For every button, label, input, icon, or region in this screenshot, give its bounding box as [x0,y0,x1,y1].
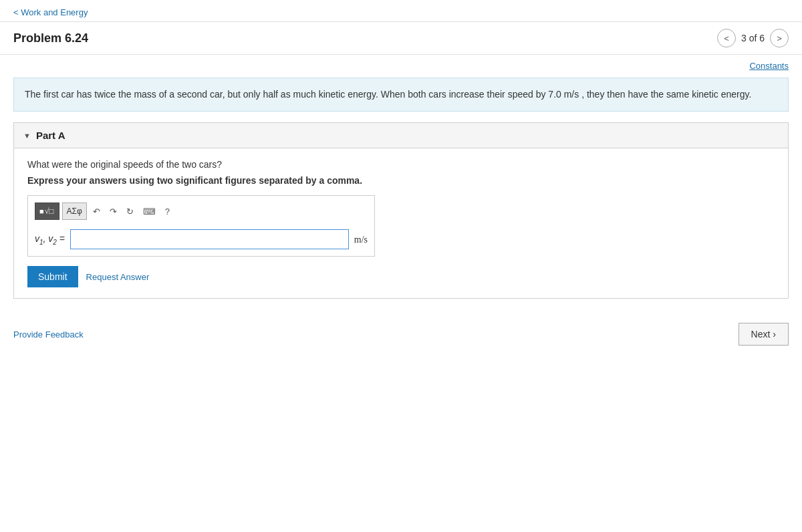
refresh-button[interactable]: ↻ [123,205,137,218]
part-label: Part A [36,130,65,141]
part-collapse-icon: ▼ [23,132,31,140]
next-chevron-icon: › [773,329,776,340]
action-row: Submit Request Answer [27,266,775,287]
bottom-bar: Provide Feedback Next › [0,312,802,356]
keyboard-icon: ⌨ [143,207,156,217]
variable-label: v1, v2 = [35,233,65,246]
top-bar: < Work and Energy [0,0,802,22]
help-icon: ? [165,207,170,217]
part-body: What were the original speeds of the two… [14,148,788,298]
part-header[interactable]: ▼ Part A [14,123,788,148]
help-button[interactable]: ? [162,205,173,218]
next-button[interactable]: Next › [739,323,789,346]
keyboard-button[interactable]: ⌨ [140,205,159,218]
sqrt-icon: √□ [45,207,54,217]
nav-counter: 3 of 6 [741,33,765,43]
request-answer-link[interactable]: Request Answer [86,272,150,282]
next-label: Next [751,329,771,340]
question-text: What were the original speeds of the two… [27,159,775,170]
part-section: ▼ Part A What were the original speeds o… [13,122,789,299]
back-link[interactable]: < Work and Energy [13,7,88,17]
answer-input[interactable] [70,229,349,249]
problem-title: Problem 6.24 [13,31,88,45]
constants-link[interactable]: Constants [749,61,789,71]
math-template-button[interactable]: ■ √□ [35,203,59,220]
submit-button[interactable]: Submit [27,266,78,287]
instruction-text: Express your answers using two significa… [27,175,775,186]
undo-icon: ↶ [93,207,100,217]
prev-button[interactable]: < [717,29,736,47]
redo-button[interactable]: ↷ [106,205,120,218]
input-row: v1, v2 = m/s [35,229,368,249]
problem-header: Problem 6.24 < 3 of 6 > [0,22,802,55]
greek-symbols-button[interactable]: AΣφ [62,203,87,220]
answer-box: ■ √□ AΣφ ↶ ↷ ↻ ⌨ ? [27,195,375,257]
constants-row: Constants [0,55,802,74]
unit-label: m/s [354,234,368,245]
refresh-icon: ↻ [126,207,134,217]
nav-controls: < 3 of 6 > [717,29,789,47]
undo-button[interactable]: ↶ [90,205,104,218]
next-nav-button[interactable]: > [770,29,789,47]
math-icon: ■ [39,207,44,215]
problem-description: The first car has twice the mass of a se… [13,78,789,112]
toolbar: ■ √□ AΣφ ↶ ↷ ↻ ⌨ ? [35,203,368,224]
greek-icon: AΣφ [67,207,82,216]
provide-feedback-link[interactable]: Provide Feedback [13,329,84,340]
redo-icon: ↷ [110,207,117,217]
